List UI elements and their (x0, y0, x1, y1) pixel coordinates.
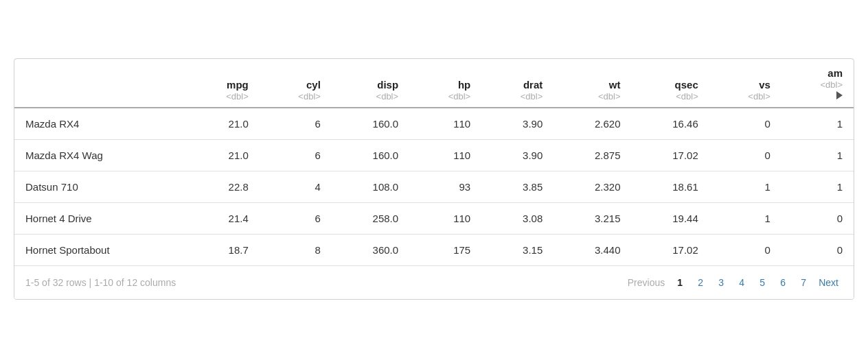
cell-disp: 160.0 (332, 140, 409, 171)
table-footer: 1-5 of 32 rows | 1-10 of 12 columns Prev… (14, 265, 854, 299)
cell-mpg: 21.0 (187, 140, 260, 171)
cell-mpg: 22.8 (187, 171, 260, 203)
table-header-row: mpg <dbl> cyl <dbl> disp <dbl> hp <dbl> … (14, 59, 854, 108)
cell-mpg: 21.0 (187, 108, 260, 140)
table-row: Mazda RX4 Wag21.06160.01103.902.87517.02… (14, 140, 854, 171)
more-columns-indicator[interactable] (834, 91, 843, 99)
cell-name: Datsun 710 (14, 171, 187, 203)
cell-qsec: 17.02 (632, 140, 709, 171)
cell-name: Hornet Sportabout (14, 235, 187, 266)
cell-cyl: 4 (260, 171, 332, 203)
cell-drat: 3.08 (481, 203, 553, 235)
page-5-button[interactable]: 5 (753, 274, 772, 291)
table-row: Datsun 71022.84108.0933.852.32018.6111 (14, 171, 854, 203)
cell-drat: 3.90 (481, 140, 553, 171)
pagination: Previous 1 2 3 4 5 6 7 Next (628, 274, 843, 291)
cell-drat: 3.15 (481, 235, 553, 266)
cell-vs: 0 (709, 235, 781, 266)
page-7-button[interactable]: 7 (794, 274, 813, 291)
previous-label: Previous (628, 277, 665, 288)
table-row: Hornet Sportabout18.78360.01753.153.4401… (14, 235, 854, 266)
cell-wt: 2.875 (553, 140, 631, 171)
cell-wt: 2.620 (553, 108, 631, 140)
cell-mpg: 21.4 (187, 203, 260, 235)
header-qsec: qsec <dbl> (632, 59, 709, 108)
cell-qsec: 18.61 (632, 171, 709, 203)
cell-drat: 3.85 (481, 171, 553, 203)
cell-qsec: 19.44 (632, 203, 709, 235)
cell-name: Mazda RX4 (14, 108, 187, 140)
cell-vs: 0 (709, 108, 781, 140)
header-vs: vs <dbl> (709, 59, 781, 108)
header-name (14, 59, 187, 108)
cell-qsec: 17.02 (632, 235, 709, 266)
cell-vs: 1 (709, 203, 781, 235)
cell-am: 0 (781, 203, 854, 235)
cell-cyl: 6 (260, 108, 332, 140)
cell-name: Mazda RX4 Wag (14, 140, 187, 171)
cell-cyl: 6 (260, 203, 332, 235)
page-2-button[interactable]: 2 (691, 274, 710, 291)
footer-info: 1-5 of 32 rows | 1-10 of 12 columns (25, 277, 628, 288)
cell-disp: 258.0 (332, 203, 409, 235)
cell-cyl: 6 (260, 140, 332, 171)
cell-wt: 3.215 (553, 203, 631, 235)
cell-hp: 110 (409, 140, 481, 171)
cell-hp: 175 (409, 235, 481, 266)
cell-wt: 2.320 (553, 171, 631, 203)
cell-am: 1 (781, 108, 854, 140)
table-row: Hornet 4 Drive21.46258.01103.083.21519.4… (14, 203, 854, 235)
cell-am: 1 (781, 140, 854, 171)
page-3-button[interactable]: 3 (711, 274, 731, 291)
cell-vs: 1 (709, 171, 781, 203)
cell-hp: 110 (409, 203, 481, 235)
page-6-button[interactable]: 6 (773, 274, 792, 291)
cell-hp: 110 (409, 108, 481, 140)
cell-disp: 108.0 (332, 171, 409, 203)
header-wt: wt <dbl> (553, 59, 631, 108)
cell-cyl: 8 (260, 235, 332, 266)
cell-wt: 3.440 (553, 235, 631, 266)
page-4-button[interactable]: 4 (732, 274, 751, 291)
cell-vs: 0 (709, 140, 781, 171)
cell-am: 1 (781, 171, 854, 203)
cell-hp: 93 (409, 171, 481, 203)
page-1-button[interactable]: 1 (670, 274, 689, 291)
table-row: Mazda RX421.06160.01103.902.62016.4601 (14, 108, 854, 140)
header-am: am <dbl> (781, 59, 854, 108)
next-button[interactable]: Next (814, 274, 843, 291)
cell-qsec: 16.46 (632, 108, 709, 140)
header-hp: hp <dbl> (409, 59, 481, 108)
cell-disp: 160.0 (332, 108, 409, 140)
arrow-right-icon (836, 91, 843, 99)
header-mpg: mpg <dbl> (187, 59, 260, 108)
cell-mpg: 18.7 (187, 235, 260, 266)
data-table: mpg <dbl> cyl <dbl> disp <dbl> hp <dbl> … (14, 58, 854, 300)
header-drat: drat <dbl> (481, 59, 553, 108)
cell-disp: 360.0 (332, 235, 409, 266)
cell-name: Hornet 4 Drive (14, 203, 187, 235)
cell-am: 0 (781, 235, 854, 266)
header-disp: disp <dbl> (332, 59, 409, 108)
cell-drat: 3.90 (481, 108, 553, 140)
header-cyl: cyl <dbl> (260, 59, 332, 108)
